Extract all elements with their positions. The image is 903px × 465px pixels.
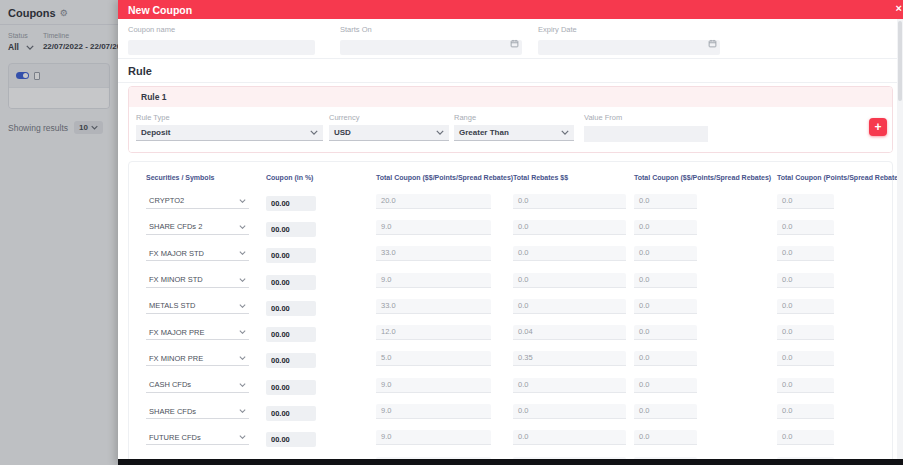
total-coupon-value: 9.0 [376, 404, 491, 419]
col-header-total-rebates: Total Rebates $$ [513, 174, 634, 181]
total-coupon-value: 20.0 [376, 194, 491, 209]
coupon-percent-input[interactable] [266, 406, 316, 421]
total-coupon3-value: 0.0 [777, 246, 834, 261]
security-select[interactable]: CRYPTO2 [146, 194, 249, 209]
status-value: All [8, 42, 19, 52]
divider [118, 58, 903, 59]
table-row: FX MINOR PRE 5.0 0.35 0.0 0.0 [146, 346, 892, 372]
coupons-sidebar: Coupons ⚙ Status All Timeline 22/07/2022… [0, 0, 118, 465]
vertical-scrollbar[interactable] [897, 19, 903, 459]
coupon-list-item[interactable] [8, 63, 110, 109]
coupon-percent-input[interactable] [266, 196, 316, 211]
total-coupon-value: 33.0 [376, 299, 491, 314]
timeline-label: Timeline [43, 32, 118, 39]
bottom-bar [118, 459, 903, 465]
copy-icon[interactable] [34, 72, 40, 80]
total-coupon-value: 9.0 [376, 430, 491, 445]
chevron-down-icon [239, 356, 246, 360]
coupon-percent-input[interactable] [266, 248, 316, 263]
security-select[interactable]: FX MINOR STD [146, 273, 249, 288]
chevron-down-icon [239, 304, 246, 308]
status-select[interactable]: All [8, 42, 34, 52]
starts-on-label: Starts On [340, 25, 522, 34]
table-row: CRYPTO2 20.0 0.0 0.0 0.0 [146, 188, 892, 214]
total-coupon-value: 9.0 [376, 273, 491, 288]
toggle-icon[interactable] [16, 72, 29, 79]
modal-title: New Coupon [128, 4, 192, 16]
total-coupon-value: 5.0 [376, 351, 491, 366]
scrollbar-thumb[interactable] [898, 21, 902, 101]
close-icon[interactable]: × [896, 3, 902, 14]
security-name: FX MAJOR STD [149, 249, 204, 258]
rule-card: Rule 1 Rule Type Deposit Currency USD [128, 86, 893, 153]
total-coupon3-value: 0.0 [777, 404, 834, 419]
rule-section-heading: Rule [128, 65, 893, 77]
total-coupon3-value: 0.0 [777, 299, 834, 314]
rule-type-select[interactable]: Deposit [136, 125, 323, 141]
total-rebates-value: 0.0 [513, 194, 626, 209]
range-select[interactable]: Greater Than [454, 125, 574, 141]
total-coupon3-value: 0.0 [777, 430, 834, 445]
total-coupon2-value: 0.0 [634, 351, 697, 366]
value-from-input[interactable] [584, 126, 708, 142]
total-rebates-value: 0.04 [513, 325, 626, 340]
coupon-percent-input[interactable] [266, 222, 316, 237]
results-per-page-select[interactable]: 10 [74, 121, 103, 134]
chevron-down-icon [91, 125, 98, 130]
total-coupon3-value: 0.0 [777, 194, 834, 209]
range-label: Range [454, 113, 574, 122]
chevron-down-icon [239, 383, 246, 387]
timeline-range[interactable]: 22/07/2022 - 22/07/2025 [43, 42, 118, 51]
chevron-down-icon [310, 130, 318, 135]
results-per-page-value: 10 [79, 123, 88, 132]
rule-title: Rule 1 [129, 87, 892, 107]
total-coupon2-value: 0.0 [634, 299, 697, 314]
security-select[interactable]: FUTURE CFDs [146, 430, 249, 445]
security-name: FX MINOR STD [149, 275, 203, 284]
value-from-label: Value From [584, 113, 708, 122]
calendar-icon[interactable] [510, 34, 519, 52]
modal-header: New Coupon × [118, 0, 903, 19]
total-coupon2-value: 0.0 [634, 325, 697, 340]
rule-type-value: Deposit [141, 128, 170, 137]
coupon-percent-input[interactable] [266, 327, 316, 342]
sidebar-header: Coupons ⚙ [0, 0, 118, 25]
total-coupon3-value: 0.0 [777, 273, 834, 288]
security-select[interactable]: SHARE CFDs 2 [146, 220, 249, 235]
security-select[interactable]: SHARE CFDs [146, 404, 249, 419]
total-coupon3-value: 0.0 [777, 325, 834, 340]
security-select[interactable]: FX MINOR PRE [146, 351, 249, 366]
coupon-percent-input[interactable] [266, 301, 316, 316]
range-value: Greater Than [459, 128, 509, 137]
settings-gear-icon[interactable]: ⚙ [60, 9, 68, 18]
security-name: METALS STD [149, 301, 196, 310]
coupon-percent-input[interactable] [266, 380, 316, 395]
rule-type-label: Rule Type [136, 113, 323, 122]
chevron-down-icon [239, 330, 246, 334]
table-row: FX MINOR STD 9.0 0.0 0.0 0.0 [146, 267, 892, 293]
currency-value: USD [334, 128, 351, 137]
security-select[interactable]: FX MAJOR STD [146, 246, 249, 261]
coupon-percent-input[interactable] [266, 353, 316, 368]
chevron-down-icon [239, 199, 246, 203]
starts-on-input[interactable] [340, 40, 522, 55]
coupon-name-input[interactable] [128, 40, 315, 55]
security-name: FX MAJOR PRE [149, 328, 204, 337]
chevron-down-icon [239, 225, 246, 229]
coupon-percent-input[interactable] [266, 275, 316, 290]
security-select[interactable]: CASH CFDs [146, 378, 249, 393]
security-select[interactable]: FX MAJOR PRE [146, 325, 249, 340]
currency-select[interactable]: USD [329, 125, 449, 141]
chevron-down-icon [239, 409, 246, 413]
expiry-date-input[interactable] [538, 40, 720, 55]
calendar-icon[interactable] [708, 34, 717, 52]
total-coupon-value: 9.0 [376, 220, 491, 235]
coupon-percent-input[interactable] [266, 432, 316, 447]
chevron-down-icon [239, 435, 246, 439]
currency-label: Currency [329, 113, 449, 122]
security-select[interactable]: METALS STD [146, 299, 249, 314]
total-rebates-value: 0.0 [513, 246, 626, 261]
add-rule-button[interactable]: + [869, 118, 887, 136]
security-name: CRYPTO2 [149, 196, 184, 205]
table-row: CASH CFDs 9.0 0.0 0.0 0.0 [146, 372, 892, 398]
